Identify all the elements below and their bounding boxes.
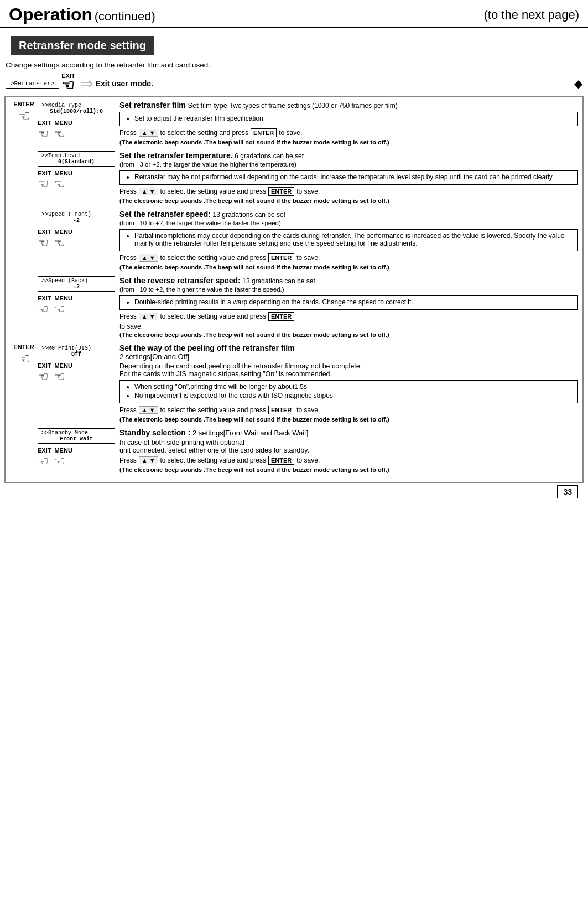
block-mg-print: ENTER ☜ >>MG Print(JIS) Off EXIT ☜ MENU … [10, 344, 578, 424]
menu-col-3: >>Speed (Front) -2 EXIT ☜ MENU ☜ [38, 210, 115, 272]
exit-menu-row-6: EXIT ☜ MENU ☜ [38, 446, 115, 469]
press-save-row-4: Press ▲ ▼ to select the setting value an… [119, 312, 578, 321]
page-header: Operation (continued) (to the next page) [0, 0, 588, 28]
enter-label-5: ENTER [13, 344, 34, 350]
menu-box-6: >>Standby Mode Front Wait [38, 428, 115, 444]
page-title: Operation (continued) [9, 4, 155, 25]
exit-hand-2[interactable]: ☜ [38, 177, 51, 191]
info-box-2: Retransfer may be not performed well dep… [119, 170, 578, 185]
diamond-icon: ◆ [574, 77, 582, 90]
exit-menu-row-4: EXIT ☜ MENU ☜ [38, 294, 115, 316]
menu-box-4: >>Speed (Back) -2 [38, 276, 115, 292]
menu-col-6: >>Standby Mode Front Wait EXIT ☜ MENU ☜ [38, 428, 115, 474]
menu-box-5: >>MG Print(JIS) Off [38, 344, 115, 359]
exit-hand-4[interactable]: ☜ [38, 302, 51, 316]
exit-hand-5[interactable]: ☜ [38, 370, 51, 384]
up-down-arrows-5: ▲ ▼ [139, 406, 158, 414]
up-down-arrows-2: ▲ ▼ [139, 188, 158, 195]
enter-col-3 [10, 210, 38, 272]
block-speed-back: >>Speed (Back) -2 EXIT ☜ MENU ☜ Set th [10, 276, 578, 339]
press-to-save-4: to save. [119, 323, 578, 330]
press-save-row-1: Press ▲ ▼ to select the setting and pres… [119, 128, 578, 137]
beep-note-6: (The electronic beep sounds .The beep wi… [119, 466, 578, 473]
beep-note-1: (The electronic beep sounds .The beep wi… [119, 139, 578, 146]
menu-label-1: MENU ☜ [54, 118, 72, 141]
desc-col-2: Set the retransfer temperature. 6 gradat… [119, 151, 578, 205]
retransfer-mode-box: >Retransfer> [6, 79, 59, 89]
exit-col-6: EXIT ☜ [38, 446, 51, 469]
menu-hand-1[interactable]: ☜ [54, 127, 72, 141]
enter-label-1: ENTER [13, 101, 34, 107]
menu-col-1: >>Media Type Std(1000/roll):0 EXIT ☜ MEN… [38, 101, 115, 147]
exit-menu-row-3: EXIT ☜ MENU ☜ [38, 227, 115, 250]
menu-box-1: >>Media Type Std(1000/roll):0 [38, 101, 115, 116]
page-subtitle: (to the next page) [484, 8, 579, 22]
info-box-1: Set to adjust the retransfer film specif… [119, 112, 578, 126]
exit-menu-row-5: EXIT ☜ MENU ☜ [38, 361, 115, 384]
up-down-arrows-1: ▲ ▼ [139, 129, 158, 137]
full-page: Operation (continued) (to the next page)… [0, 0, 588, 909]
enter-col-5: ENTER ☜ [10, 344, 38, 424]
exit-menu-row-2: EXIT ☜ MENU ☜ [38, 169, 115, 191]
exit-hand-1[interactable]: ☜ [38, 127, 51, 141]
enter-col-4 [10, 276, 38, 339]
menu-col-5b: MENU ☜ [54, 361, 72, 384]
menu-col-4: >>Speed (Back) -2 EXIT ☜ MENU ☜ [38, 276, 115, 339]
exit-hand-icon[interactable]: ☜ [61, 77, 75, 94]
beep-note-5: (The electronic beep sounds .The beep wi… [119, 416, 578, 423]
menu-col-2b: MENU ☜ [54, 169, 72, 191]
mg-desc: Depending on the card used,peeling off t… [119, 362, 578, 378]
menu-box-3: >>Speed (Front) -2 [38, 210, 115, 225]
press-save-row-6: Press ▲ ▼ to select the setting value an… [119, 456, 578, 465]
up-down-arrows-3: ▲ ▼ [139, 254, 158, 262]
page-number: 33 [557, 485, 578, 498]
menu-hand-6[interactable]: ☜ [54, 454, 72, 469]
enter-col-6 [10, 428, 38, 474]
intro-text: Change settings according to the retranf… [6, 61, 582, 69]
exit-col-2: EXIT ☜ [38, 169, 51, 191]
big-right-arrow: ⇒ [80, 74, 93, 93]
block-standby-mode: >>Standby Mode Front Wait EXIT ☜ MENU ☜ [10, 428, 578, 474]
menu-col-3b: MENU ☜ [54, 227, 72, 250]
block-temp-level: >>Temp.Level 0(Standard) EXIT ☜ MENU ☜ [10, 151, 578, 205]
menu-col-5: >>MG Print(JIS) Off EXIT ☜ MENU ☜ [38, 344, 115, 424]
beep-note-4: (The electronic beep sounds .The beep wi… [119, 331, 578, 338]
desc-col-5: Set the way of the peeling off the retra… [119, 344, 578, 424]
menu-hand-5[interactable]: ☜ [54, 370, 72, 384]
menu-col-6b: MENU ☜ [54, 446, 72, 469]
exit-user-mode-text: Exit user mode. [96, 79, 153, 88]
main-bordered-box: ENTER ☜ >>Media Type Std(1000/roll):0 EX… [4, 96, 584, 483]
exit-label-top: EXIT ☜ [61, 72, 75, 94]
top-exit-row: >Retransfer> EXIT ☜ ⇒ Exit user mode. ◆ [6, 72, 582, 94]
menu-hand-4[interactable]: ☜ [54, 302, 72, 316]
press-save-row-2: Press ▲ ▼ to select the setting value an… [119, 187, 578, 196]
exit-col-3: EXIT ☜ [38, 227, 51, 250]
section-header: Retransfer mode setting [11, 36, 154, 55]
exit-label-1: EXIT ☜ [38, 118, 51, 141]
exit-hand-3[interactable]: ☜ [38, 236, 51, 250]
block-speed-front: >>Speed (Front) -2 EXIT ☜ MENU ☜ Set t [10, 210, 578, 272]
enter-hand-5[interactable]: ☜ [18, 350, 30, 367]
up-down-arrows-4: ▲ ▼ [139, 313, 158, 320]
standby-desc: In case of both side printing with optio… [119, 439, 578, 454]
enter-col-2 [10, 151, 38, 205]
exit-col-4: EXIT ☜ [38, 294, 51, 316]
page-number-wrapper: 33 [0, 487, 578, 496]
desc-col-3: Set the retransfer speed: 13 gradations … [119, 210, 578, 272]
menu-hand-3[interactable]: ☜ [54, 236, 72, 250]
section-header-wrapper: Retransfer mode setting [6, 32, 582, 59]
beep-note-3: (The electronic beep sounds .The beep wi… [119, 264, 578, 271]
exit-menu-row-1: EXIT ☜ MENU ☜ [38, 118, 115, 141]
up-down-arrows-6: ▲ ▼ [139, 456, 158, 464]
menu-hand-2[interactable]: ☜ [54, 177, 72, 191]
info-box-5: When setting "On",printing time will be … [119, 380, 578, 403]
exit-hand-6[interactable]: ☜ [38, 454, 51, 469]
menu-box-2: >>Temp.Level 0(Standard) [38, 151, 115, 167]
exit-col-5: EXIT ☜ [38, 361, 51, 384]
desc-col-4: Set the reverse retransfer speed: 13 gra… [119, 276, 578, 339]
info-box-3: Partial incompletions may occur dependin… [119, 229, 578, 251]
enter-hand-1[interactable]: ☜ [18, 107, 30, 124]
menu-col-2: >>Temp.Level 0(Standard) EXIT ☜ MENU ☜ [38, 151, 115, 205]
desc-col-6: Standby selection : 2 settings[Front Wai… [119, 428, 578, 474]
menu-col-4b: MENU ☜ [54, 294, 72, 316]
